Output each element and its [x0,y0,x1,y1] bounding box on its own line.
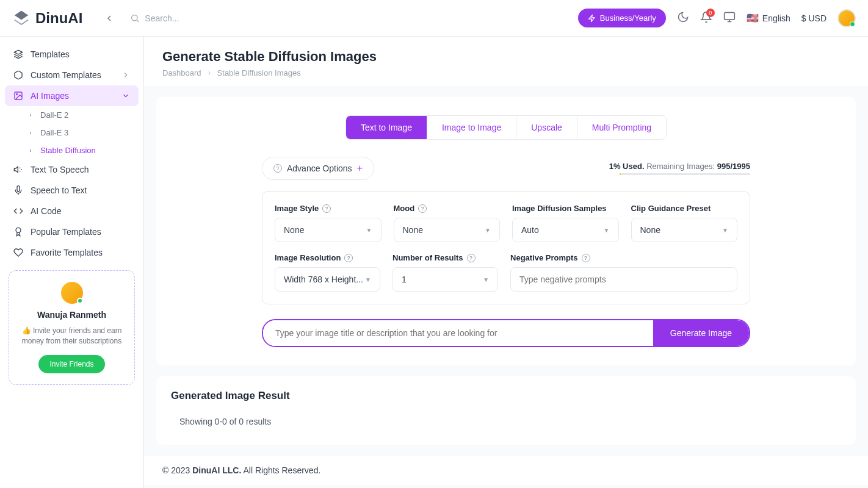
help-icon: ? [418,204,427,213]
sidebar-item-stt[interactable]: Speech to Text [5,180,139,201]
sidebar-sub-label: Stable Diffusion [40,146,96,155]
language-label: English [762,13,790,23]
sidebar-label: AI Images [31,91,69,101]
notifications-button[interactable]: 0 [700,11,712,26]
chevron-down-icon: ▼ [365,276,371,283]
bolt-icon [588,14,596,23]
usage-remaining-value: 995/1995 [717,162,750,171]
chevron-left-icon [104,13,114,23]
help-icon: ? [467,254,476,262]
sidebar-item-popular[interactable]: Popular Templates [5,221,139,242]
clip-preset-select[interactable]: None▼ [631,218,738,242]
diffusion-samples-label: Image Diffusion Samples [512,204,607,213]
sidebar-item-ai-code[interactable]: AI Code [5,201,139,221]
sidebar-sub-label: Dall-E 2 [40,110,68,120]
screen-button[interactable] [723,11,736,26]
prompt-input[interactable] [263,320,653,346]
resolution-select[interactable]: Width 768 x Height...▼ [275,267,380,292]
logo-icon [12,9,31,27]
advance-label: Advance Options [287,163,352,173]
tab-text-to-image[interactable]: Text to Image [346,116,427,139]
sidebar-item-templates[interactable]: Templates [5,44,139,65]
tab-image-to-image[interactable]: Image to Image [427,116,516,139]
invite-description: 👍 Invite your friends and earn money fro… [16,326,127,346]
sidebar-item-custom-templates[interactable]: Custom Templates [5,65,139,85]
sidebar-label: Templates [31,49,70,59]
usage-remaining-label: Remaining Images: [646,162,715,171]
language-selector[interactable]: 🇺🇸 English [747,12,790,24]
theme-toggle[interactable] [677,11,689,26]
footer: © 2023 DinuAI LLC. All Rights Reserved. [144,456,868,485]
heart-icon [13,248,23,257]
usage-info: 1% Used. Remaining Images: 995/1995 [609,162,750,175]
footer-copyright: © 2023 [162,465,192,475]
sidebar-collapse-button[interactable] [101,10,118,27]
negative-prompts-input[interactable] [510,267,737,292]
select-value: Width 768 x Height... [284,274,363,284]
sidebar-sub-label: Dall-E 3 [40,128,68,137]
tab-multi-prompting[interactable]: Multi Prompting [577,116,666,139]
award-icon [13,227,23,237]
chevron-down-icon: ▼ [722,227,728,234]
negative-prompts-label: Negative Prompts [510,253,578,262]
flag-icon: 🇺🇸 [747,12,759,24]
sidebar-sub-stable-diffusion[interactable]: Stable Diffusion [20,142,139,159]
online-indicator [77,298,83,304]
chevron-right-icon [28,131,33,135]
notification-count: 0 [706,9,715,17]
chevron-right-icon [206,70,212,76]
help-icon: ? [322,204,331,213]
plus-icon: + [357,163,363,174]
cube-icon [13,70,23,80]
plan-label: Business/Yearly [600,13,656,23]
resolution-label: Image Resolution [275,253,341,262]
page-title: Generate Stable Diffusion Images [162,49,850,65]
select-value: None [284,225,304,235]
search-icon [130,13,140,23]
plan-badge[interactable]: Business/Yearly [578,9,666,27]
results-title: Generated Image Result [171,390,841,402]
tab-upscale[interactable]: Upscale [516,116,577,139]
breadcrumb-root[interactable]: Dashboard [162,68,201,77]
sidebar-label: Text To Speech [31,165,89,174]
clip-preset-label: Clip Guidance Preset [631,204,711,213]
help-icon: ? [582,254,590,262]
sidebar-sub-dalle2[interactable]: Dall-E 2 [20,106,139,124]
help-icon: ? [273,164,282,173]
generate-image-button[interactable]: Generate Image [653,320,749,346]
currency-selector[interactable]: $ USD [801,13,826,23]
mic-icon [13,185,23,195]
invite-friends-button[interactable]: Invite Friends [38,355,104,373]
breadcrumb: Dashboard Stable Diffusion Images [162,68,850,77]
code-icon [13,206,23,216]
sidebar-sub-dalle3[interactable]: Dall-E 3 [20,124,139,142]
sidebar-item-favorite[interactable]: Favorite Templates [5,242,139,263]
sidebar-item-tts[interactable]: Text To Speech [5,159,139,180]
logo[interactable]: DinuAI [12,9,82,27]
chevron-down-icon [121,92,130,100]
diffusion-samples-select[interactable]: Auto▼ [512,218,619,242]
chevron-down-icon: ▼ [485,227,491,234]
mood-select[interactable]: None▼ [394,218,501,242]
negative-prompts-field[interactable] [519,274,728,284]
svg-rect-1 [725,12,735,20]
advance-options-button[interactable]: ? Advance Options + [262,157,374,180]
image-style-select[interactable]: None▼ [275,218,382,242]
select-value: None [640,225,660,235]
user-avatar-large [61,282,83,304]
user-avatar[interactable] [837,9,856,27]
search-input[interactable]: Search... [130,13,578,23]
svg-point-3 [16,94,18,95]
select-value: Auto [521,225,539,235]
chevron-down-icon: ▼ [483,276,489,283]
online-indicator [850,21,855,27]
svg-point-0 [132,15,137,20]
mood-label: Mood [394,204,415,213]
footer-company: DinuAI LLC. [192,465,241,475]
help-icon: ? [344,254,353,262]
num-results-select[interactable]: 1▼ [392,267,498,292]
sidebar-label: Speech to Text [31,185,87,195]
chevron-right-icon [28,148,33,153]
svg-point-4 [16,228,21,232]
sidebar-item-ai-images[interactable]: AI Images [5,85,139,106]
